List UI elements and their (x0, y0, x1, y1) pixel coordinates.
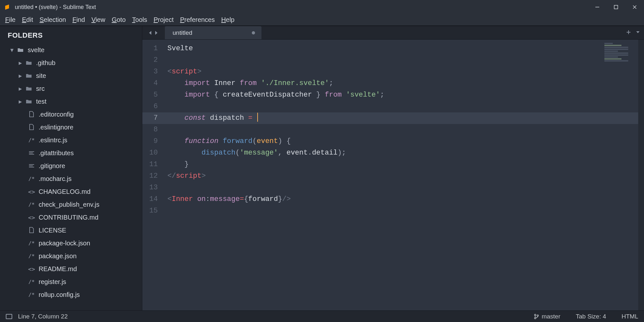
code-line[interactable] (164, 124, 644, 136)
sidebar-header: FOLDERS (0, 26, 142, 43)
disclosure-arrow-icon: ▸ (17, 72, 23, 80)
file-.editorconfig[interactable]: .editorconfig (0, 108, 142, 121)
file-type-icon (24, 60, 33, 65)
editor-scrollbar[interactable] (638, 40, 644, 310)
file-README.md[interactable]: <>README.md (0, 262, 142, 275)
code-line[interactable]: import { createEventDispatcher } from 's… (164, 89, 644, 101)
menu-view[interactable]: View (88, 15, 109, 25)
file-type-icon (24, 73, 33, 78)
tree-item-label: package.json (39, 252, 77, 260)
code-line[interactable]: <script> (164, 66, 644, 78)
menu-help[interactable]: Help (218, 15, 238, 25)
line-number: 13 (142, 182, 164, 194)
close-button[interactable] (625, 0, 644, 14)
tree-item-label: .eslintrc.js (39, 137, 67, 144)
folder-test[interactable]: ▸test (0, 95, 142, 108)
svg-point-13 (535, 317, 536, 318)
file-check_publish_env.js[interactable]: /*check_publish_env.js (0, 198, 142, 211)
folder-root[interactable]: ▾svelte (0, 43, 142, 56)
file-rollup.config.js[interactable]: /*rollup.config.js (0, 288, 142, 301)
file-type-icon (24, 99, 33, 104)
tab-history-nav (142, 26, 162, 39)
disclosure-arrow-icon: ▾ (9, 46, 15, 54)
file-.eslintignore[interactable]: .eslintignore (0, 121, 142, 134)
menu-selection[interactable]: Selection (36, 15, 69, 25)
file-type-icon (27, 150, 36, 156)
line-number: 14 (142, 194, 164, 205)
tree-item-label: check_publish_env.js (39, 201, 99, 208)
code-editor[interactable]: 123456789101112131415 Svelte<script> imp… (142, 40, 644, 310)
tab-label: untitled (173, 29, 192, 36)
minimize-button[interactable] (588, 0, 607, 14)
nav-back-icon[interactable] (148, 30, 153, 35)
file-CONTRIBUTING.md[interactable]: <>CONTRIBUTING.md (0, 211, 142, 224)
code-line[interactable] (164, 101, 644, 112)
new-tab-icon[interactable] (626, 30, 631, 36)
maximize-button[interactable] (607, 0, 625, 14)
tree-item-label: .mocharc.js (39, 175, 71, 183)
unsaved-indicator-icon (252, 31, 255, 34)
tree-item-label: site (36, 72, 46, 80)
line-number: 11 (142, 159, 164, 170)
tree-item-label: package-lock.json (39, 240, 90, 247)
sidebar: FOLDERS ▾svelte▸.github▸site▸src▸test.ed… (0, 26, 142, 310)
svg-rect-1 (614, 5, 618, 9)
folder-src[interactable]: ▸src (0, 82, 142, 95)
code-line[interactable]: function forward(event) { (164, 136, 644, 147)
file-type-icon (27, 163, 36, 168)
editor-area: untitled 123456789101112131415 Svelte<sc… (142, 26, 644, 310)
file-register.js[interactable]: /*register.js (0, 275, 142, 288)
tree-item-label: .editorconfig (39, 111, 74, 118)
tab-dropdown-icon[interactable] (636, 30, 640, 36)
window-controls (588, 0, 644, 14)
code-line[interactable]: </script> (164, 170, 644, 182)
code-line[interactable] (164, 54, 644, 66)
file-type-icon: /* (27, 253, 36, 259)
file-type-icon (27, 124, 36, 130)
code-line[interactable]: } (164, 159, 644, 170)
file-package.json[interactable]: /*package.json (0, 250, 142, 262)
file-type-icon: /* (27, 279, 36, 285)
tree-item-label: register.js (39, 278, 66, 286)
code-line[interactable] (164, 205, 644, 217)
cursor-position[interactable]: Line 7, Column 22 (18, 313, 68, 320)
code-line[interactable] (164, 182, 644, 194)
tab-size[interactable]: Tab Size: 4 (576, 313, 606, 320)
file-type-icon (27, 227, 36, 233)
minimap[interactable] (603, 42, 637, 71)
file-tab[interactable]: untitled (165, 26, 261, 39)
panel-switcher-icon[interactable] (6, 314, 12, 319)
menu-find[interactable]: Find (69, 15, 88, 25)
code-line[interactable]: <Inner on:message={forward}/> (164, 194, 644, 205)
file-package-lock.json[interactable]: /*package-lock.json (0, 237, 142, 250)
code-line[interactable]: dispatch('message', event.detail); (164, 147, 644, 159)
menu-file[interactable]: File (2, 15, 19, 25)
code-content[interactable]: Svelte<script> import Inner from './Inne… (164, 40, 644, 310)
disclosure-arrow-icon: ▸ (17, 85, 23, 92)
git-branch[interactable]: master (534, 313, 560, 320)
tree-item-label: CHANGELOG.md (39, 188, 90, 195)
file-.mocharc.js[interactable]: /*.mocharc.js (0, 172, 142, 185)
menu-project[interactable]: Project (150, 15, 177, 25)
syntax-mode[interactable]: HTML (621, 313, 638, 320)
disclosure-arrow-icon: ▸ (17, 98, 23, 105)
folder-.github[interactable]: ▸.github (0, 56, 142, 69)
file-.gitattributes[interactable]: .gitattributes (0, 147, 142, 159)
code-line[interactable]: import Inner from './Inner.svelte'; (164, 78, 644, 89)
tree-item-label: svelte (28, 46, 44, 54)
code-line[interactable]: const dispatch = (164, 112, 644, 124)
tree-item-label: .eslintignore (39, 124, 73, 131)
code-line[interactable]: Svelte (164, 43, 644, 54)
tree-item-label: .gitignore (39, 162, 65, 170)
folder-site[interactable]: ▸site (0, 69, 142, 82)
menu-goto[interactable]: Goto (109, 15, 129, 25)
menu-preferences[interactable]: Preferences (177, 15, 218, 25)
nav-forward-icon[interactable] (154, 30, 158, 35)
file-LICENSE[interactable]: LICENSE (0, 224, 142, 237)
menu-edit[interactable]: Edit (19, 15, 36, 25)
menu-tools[interactable]: Tools (129, 15, 150, 25)
file-.gitignore[interactable]: .gitignore (0, 159, 142, 172)
file-CHANGELOG.md[interactable]: <>CHANGELOG.md (0, 185, 142, 198)
text-caret (257, 113, 258, 122)
file-.eslintrc.js[interactable]: /*.eslintrc.js (0, 134, 142, 147)
